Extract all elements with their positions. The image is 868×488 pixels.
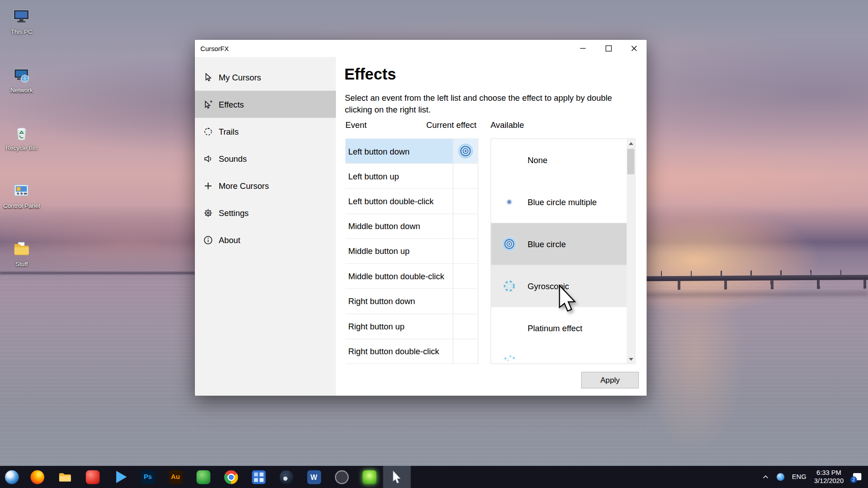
taskbar-app-firefox[interactable]: [23, 466, 51, 488]
event-row[interactable]: Middle button double-click: [345, 264, 478, 289]
sidebar-item-sounds[interactable]: Sounds: [195, 145, 336, 172]
sidebar-item-label: Settings: [219, 208, 249, 217]
start-button[interactable]: [0, 466, 23, 488]
taskbar: Ps Au W ENG 6:33 PM 3/12/2020: [0, 466, 868, 488]
scrollbar-thumb[interactable]: [627, 149, 634, 174]
scroll-down-button[interactable]: [627, 355, 635, 364]
scroll-down-icon: [628, 358, 633, 361]
available-effect-label: Blue circle: [528, 239, 566, 249]
taskbar-app-photoshop[interactable]: Ps: [134, 466, 161, 488]
taskbar-app-cursorfx[interactable]: [383, 466, 410, 488]
desktop-icon-recycle-bin[interactable]: Recycle Bin: [0, 122, 43, 151]
current-effect-cell: [453, 214, 478, 238]
scroll-up-button[interactable]: [627, 139, 635, 148]
taskbar-app-audition[interactable]: Au: [162, 466, 189, 488]
event-row[interactable]: Middle button up: [345, 239, 478, 264]
language-indicator[interactable]: ENG: [792, 473, 807, 481]
sidebar-item-more-cursors[interactable]: More Cursors: [195, 172, 336, 199]
event-row[interactable]: Left button up: [345, 164, 478, 189]
scroll-up-icon: [628, 142, 633, 145]
available-scrollbar[interactable]: [627, 139, 635, 363]
current-effect-cell: [453, 239, 478, 263]
titlebar[interactable]: CursorFX: [195, 40, 646, 57]
green-app-icon: [196, 470, 210, 484]
sidebar-item-label: Effects: [219, 99, 244, 109]
file-explorer-icon: [58, 470, 72, 484]
taskbar-app-media-player[interactable]: [106, 466, 134, 488]
desktop-icon-stuff[interactable]: Stuff: [0, 238, 43, 267]
event-label: Middle button double-click: [345, 264, 453, 288]
current-effect-cell: [453, 314, 478, 338]
cursorfx-taskbar-icon: [392, 470, 402, 484]
notification-badge: 2: [850, 476, 857, 483]
sidebar-item-settings[interactable]: Settings: [195, 199, 336, 226]
apply-button[interactable]: Apply: [581, 372, 639, 389]
available-effect-row[interactable]: Blue circle multiple: [491, 181, 627, 223]
taskbar-app-steam[interactable]: [272, 466, 300, 488]
tray-status-icon[interactable]: [776, 473, 784, 481]
sidebar-item-trails[interactable]: Trails: [195, 118, 336, 145]
taskbar-app-file-explorer[interactable]: [51, 466, 79, 488]
cursorfx-window: CursorFX My Cursors: [195, 40, 646, 395]
desktop-icon-label: Stuff: [15, 261, 28, 267]
blue-circle-effect-icon: [456, 141, 476, 161]
event-label: Right button up: [345, 314, 453, 338]
chevron-up-icon: [762, 475, 769, 479]
maximize-button[interactable]: [596, 40, 621, 57]
available-effect-row[interactable]: Platinum effect: [491, 307, 627, 349]
available-effect-label: None: [528, 155, 547, 164]
system-tray: ENG 6:33 PM 3/12/2020 2: [762, 469, 868, 485]
desktop-icon-network[interactable]: Network: [0, 64, 43, 94]
available-effect-label: Platinum effect: [528, 324, 582, 333]
available-effect-row[interactable]: Blue circle: [491, 223, 627, 265]
taskbar-app-dark[interactable]: [328, 466, 355, 488]
event-label: Middle button down: [345, 214, 453, 238]
sidebar: My Cursors Effects Trails: [195, 57, 336, 395]
taskbar-app-word[interactable]: W: [300, 466, 328, 488]
current-effect-cell: [453, 189, 478, 213]
sidebar-item-label: Sounds: [219, 154, 247, 163]
current-effect-cell: [453, 339, 478, 363]
sidebar-item-label: More Cursors: [219, 181, 269, 190]
taskbar-app-green-active[interactable]: [355, 466, 383, 488]
action-center-button[interactable]: 2: [851, 473, 861, 482]
event-row[interactable]: Right button double-click: [345, 339, 478, 364]
current-effect-cell: [453, 139, 478, 163]
info-icon: [202, 234, 214, 246]
available-effects-list: None Blue circle multiple: [491, 139, 627, 363]
desktop-icon-control-panel[interactable]: Control Panel: [0, 180, 43, 209]
scrollbar-track[interactable]: [627, 148, 635, 355]
event-row[interactable]: Right button down: [345, 289, 478, 314]
event-label: Left button down: [345, 139, 453, 163]
close-button[interactable]: [621, 40, 646, 57]
sidebar-item-effects[interactable]: Effects: [195, 91, 336, 118]
firefox-icon: [30, 470, 44, 484]
tray-date: 3/12/2020: [814, 477, 844, 485]
clock[interactable]: 6:33 PM 3/12/2020: [814, 469, 844, 485]
event-row[interactable]: Left button double-click: [345, 189, 478, 214]
taskbar-app-red[interactable]: [79, 466, 106, 488]
available-effect-row-partial[interactable]: [491, 349, 627, 364]
taskbar-app-blue-grid[interactable]: [245, 466, 272, 488]
taskbar-app-chrome[interactable]: [217, 466, 245, 488]
available-effect-row[interactable]: None: [491, 139, 627, 181]
sidebar-item-my-cursors[interactable]: My Cursors: [195, 64, 336, 91]
steam-icon: [279, 470, 293, 484]
effects-page: Effects Select an event from the left li…: [336, 57, 646, 395]
tray-expand-button[interactable]: [762, 475, 769, 479]
folder-icon: [12, 238, 32, 259]
play-icon: [116, 471, 127, 483]
event-label: Right button double-click: [345, 339, 453, 363]
taskbar-app-green[interactable]: [189, 466, 217, 488]
desktop-icon-label: This PC: [11, 28, 33, 35]
recycle-bin-icon: [12, 122, 32, 143]
minimize-button[interactable]: [570, 40, 595, 57]
cursor-arrow-icon: [202, 71, 214, 83]
word-icon: W: [307, 470, 321, 484]
event-row[interactable]: Left button down: [345, 139, 478, 164]
sidebar-item-about[interactable]: About: [195, 226, 336, 253]
desktop-icon-this-pc[interactable]: This PC: [0, 5, 43, 35]
event-row[interactable]: Right button up: [345, 314, 478, 339]
event-row[interactable]: Middle button down: [345, 214, 478, 239]
event-label: Left button double-click: [345, 189, 453, 213]
